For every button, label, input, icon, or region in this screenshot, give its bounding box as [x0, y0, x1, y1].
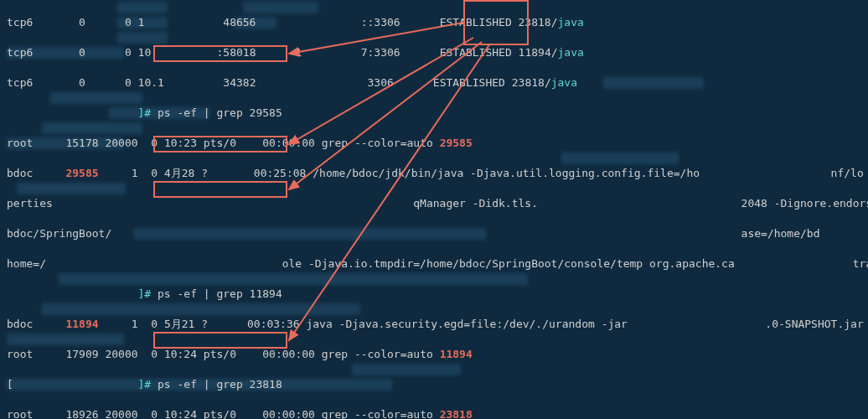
command-1: ps -ef | grep 29585	[158, 106, 282, 119]
ps-row: root 15178 20000 0 10:23 pts/0 00:00:00 …	[7, 136, 868, 151]
ps-cont: home=/ ole -Djava.io.tmpdir=/home/bdoc/S…	[7, 256, 868, 272]
command-2: ps -ef | grep 11894	[158, 287, 282, 300]
ps-row: bdoc 29585 1 0 4月28 ? 00:25:08 /home/bdo…	[7, 166, 868, 181]
ps-row: root 18926 20000 0 10:24 pts/0 00:00:00 …	[7, 407, 868, 419]
prompt-line[interactable]: ]# ps -ef | grep 29585	[7, 106, 868, 121]
terminal-output: tcp6 0 0 1 48656 ::3306 ESTABLISHED 2381…	[7, 0, 868, 419]
ps-row: root 17909 20000 0 10:24 pts/0 00:00:00 …	[7, 347, 868, 362]
netstat-row: tcp6 0 0 1 48656 ::3306 ESTABLISHED 2381…	[7, 15, 868, 30]
netstat-row: tcp6 0 0 10. :58018 1 7:3306 ESTABLISHED…	[7, 45, 868, 60]
ps-row: bdoc 11894 1 0 5月21 ? 00:03:36 java -Dja…	[7, 317, 868, 332]
prompt-line[interactable]: [ ]# ps -ef | grep 23818	[7, 377, 868, 392]
netstat-row: tcp6 0 0 10.1 34382 3306 ESTABLISHED 238…	[7, 75, 868, 91]
prompt-line[interactable]: ]# ps -ef | grep 11894	[7, 287, 868, 302]
ps-cont: bdoc/SpringBoot/ ase=/home/bd ina.	[7, 226, 868, 241]
ps-cont: perties qManager -Didk.tls. 2048 -Dignor…	[7, 196, 868, 211]
command-3: ps -ef | grep 23818	[158, 378, 282, 391]
